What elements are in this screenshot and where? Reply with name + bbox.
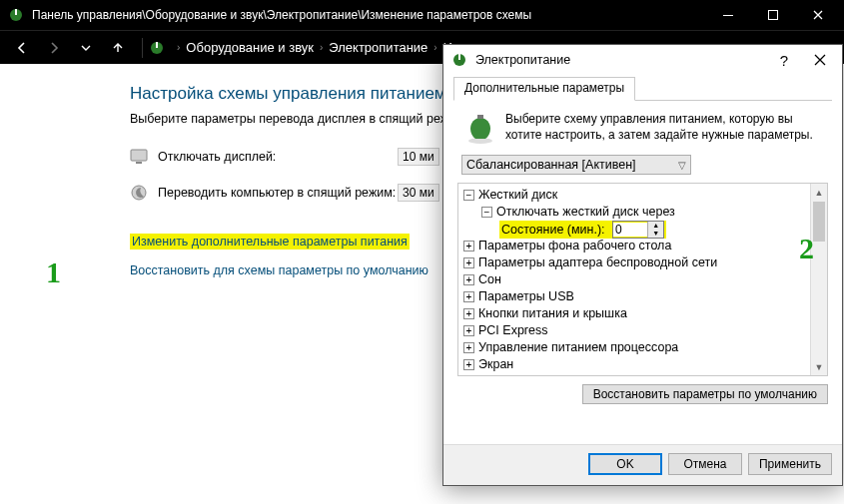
monitor-icon <box>130 148 148 166</box>
sleep-dropdown[interactable]: 30 ми <box>398 184 439 202</box>
sleep-label: Переводить компьютер в спящий режим: <box>158 186 398 200</box>
svg-rect-7 <box>136 162 142 164</box>
tree-item[interactable]: Кнопки питания и крышка <box>478 305 627 322</box>
svg-rect-1 <box>15 9 17 15</box>
advanced-settings-link[interactable]: Изменить дополнительные параметры питани… <box>130 234 410 250</box>
power-icon <box>451 52 467 68</box>
titlebar: Панель управления\Оборудование и звук\Эл… <box>0 0 844 30</box>
power-icon <box>149 40 165 56</box>
state-input[interactable] <box>613 223 647 237</box>
tree-item[interactable]: Параметры адаптера беспроводной сети <box>478 254 717 271</box>
window-title: Панель управления\Оборудование и звук\Эл… <box>32 8 705 22</box>
back-button[interactable] <box>8 34 36 62</box>
tree-item[interactable]: Сон <box>478 271 501 288</box>
restore-defaults-button[interactable]: Восстановить параметры по умолчанию <box>582 384 828 404</box>
help-button[interactable]: ? <box>766 46 802 74</box>
cancel-button[interactable]: Отмена <box>668 453 742 475</box>
dialog-hint: Выберите схему управления питанием, кото… <box>505 111 828 145</box>
svg-rect-5 <box>156 42 158 48</box>
scroll-thumb[interactable] <box>813 202 825 242</box>
tab-panel: Выберите схему управления питанием, кото… <box>453 101 832 436</box>
expand-icon[interactable]: + <box>463 325 474 336</box>
maximize-button[interactable] <box>750 1 795 29</box>
svg-rect-6 <box>131 150 147 161</box>
display-off-label: Отключать дисплей: <box>158 150 398 164</box>
collapse-icon[interactable]: − <box>481 207 492 218</box>
svg-rect-12 <box>477 115 483 119</box>
chevron-right-icon: › <box>433 42 436 53</box>
up-button[interactable] <box>104 34 132 62</box>
expand-icon[interactable]: + <box>463 274 474 285</box>
power-plan-icon <box>463 111 497 145</box>
collapse-icon[interactable]: − <box>463 190 474 201</box>
tree-item[interactable]: Параметры USB <box>478 288 574 305</box>
tree-item[interactable]: Экран <box>478 356 513 373</box>
settings-tree[interactable]: −Жесткий диск −Отключать жесткий диск че… <box>457 183 828 376</box>
tree-item[interactable]: Управление питанием процессора <box>478 339 678 356</box>
chevron-right-icon: › <box>320 42 323 53</box>
power-icon <box>8 7 24 23</box>
scroll-down-icon[interactable]: ▼ <box>811 358 827 375</box>
close-button[interactable] <box>795 1 840 29</box>
expand-icon[interactable]: + <box>463 257 474 268</box>
display-off-dropdown[interactable]: 10 ми <box>398 148 439 166</box>
spin-up-icon[interactable]: ▲ <box>648 222 663 230</box>
minimize-button[interactable] <box>705 1 750 29</box>
restore-defaults-link[interactable]: Восстановить для схемы параметры по умол… <box>130 263 428 277</box>
forward-button[interactable] <box>40 34 68 62</box>
svg-rect-10 <box>458 54 460 60</box>
state-label: Состояние (мин.): <box>501 223 605 237</box>
scheme-select[interactable]: Сбалансированная [Активен] ▽ <box>461 155 691 175</box>
dialog-titlebar: Электропитание ? <box>443 45 842 75</box>
moon-icon <box>130 184 148 202</box>
state-spinner[interactable]: ▲▼ <box>612 221 664 239</box>
close-button[interactable] <box>802 46 838 74</box>
expand-icon[interactable]: + <box>463 241 474 252</box>
tree-item[interactable]: Параметры фона рабочего стола <box>478 238 671 254</box>
expand-icon[interactable]: + <box>463 359 474 370</box>
spin-down-icon[interactable]: ▼ <box>648 230 663 238</box>
svg-rect-2 <box>723 15 733 16</box>
dialog-title: Электропитание <box>475 53 766 67</box>
tree-item-hdd[interactable]: Жесткий диск <box>478 187 557 204</box>
breadcrumb-item[interactable]: Электропитание <box>329 40 427 55</box>
chevron-right-icon: › <box>177 42 180 53</box>
chevron-down-icon: ▽ <box>678 160 686 171</box>
annotation-1: 1 <box>46 255 61 289</box>
tree-item-hdd-off[interactable]: Отключать жесткий диск через <box>496 204 675 221</box>
expand-icon[interactable]: + <box>463 291 474 302</box>
expand-icon[interactable]: + <box>463 342 474 353</box>
power-options-dialog: Электропитание ? Дополнительные параметр… <box>442 44 843 486</box>
dialog-footer: OK Отмена Применить <box>443 444 842 485</box>
state-row: Состояние (мин.): ▲▼ <box>499 221 666 239</box>
tab-advanced[interactable]: Дополнительные параметры <box>453 77 635 101</box>
tab-strip: Дополнительные параметры <box>453 77 832 101</box>
breadcrumb-item[interactable]: Оборудование и звук <box>186 40 314 55</box>
svg-rect-3 <box>768 11 777 20</box>
annotation-2: 2 <box>799 232 814 265</box>
expand-icon[interactable]: + <box>463 308 474 319</box>
apply-button[interactable]: Применить <box>748 453 832 475</box>
history-dropdown[interactable] <box>72 34 100 62</box>
scrollbar[interactable]: ▲ ▼ <box>810 184 827 375</box>
ok-button[interactable]: OK <box>588 453 662 475</box>
tree-item[interactable]: PCI Express <box>478 322 547 339</box>
scheme-value: Сбалансированная [Активен] <box>466 158 636 172</box>
advanced-settings-link-text: Изменить дополнительные параметры питани… <box>132 235 408 249</box>
scroll-up-icon[interactable]: ▲ <box>811 184 827 201</box>
